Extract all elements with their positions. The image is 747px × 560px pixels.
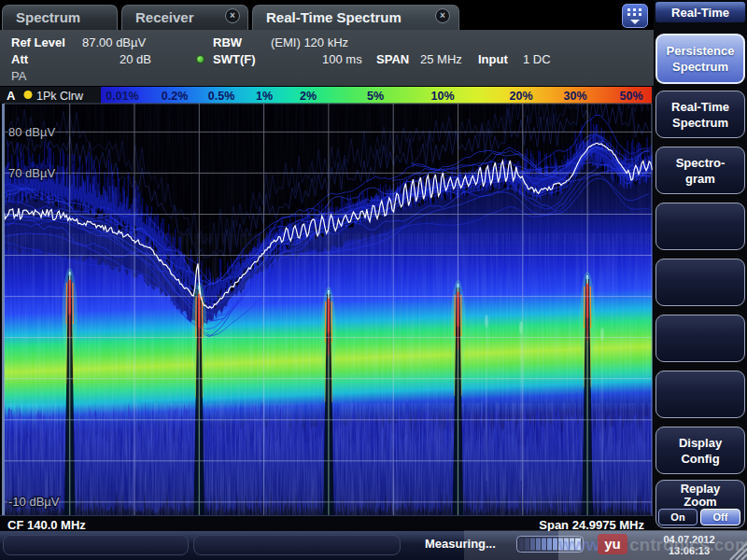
svg-text:2%: 2% (300, 90, 317, 103)
svg-text:1%: 1% (256, 90, 273, 103)
svg-text:-10 dBµV: -10 dBµV (8, 495, 60, 509)
svg-text:0.01%: 0.01% (106, 90, 138, 103)
svg-text:0.2%: 0.2% (162, 90, 189, 103)
svg-text:80 dBµV: 80 dBµV (8, 125, 55, 139)
svg-text:1Pk Clrw: 1Pk Clrw (36, 90, 84, 103)
svg-text:5%: 5% (367, 90, 384, 103)
svg-text:30%: 30% (563, 90, 586, 103)
svg-text:0.5%: 0.5% (208, 90, 235, 103)
svg-text:10%: 10% (430, 90, 454, 103)
svg-text:A: A (7, 89, 16, 103)
svg-text:70 dBµV: 70 dBµV (8, 166, 55, 180)
svg-text:20%: 20% (509, 90, 532, 103)
svg-text:50%: 50% (619, 90, 642, 103)
